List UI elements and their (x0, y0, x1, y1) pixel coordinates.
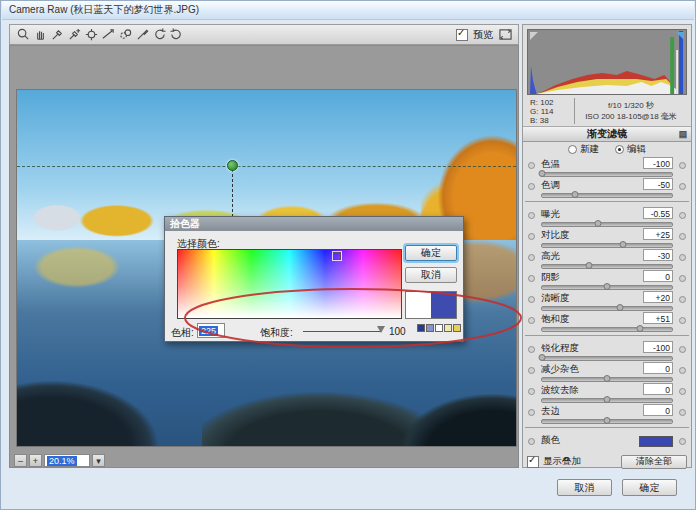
slider-plus-dot[interactable] (679, 388, 686, 395)
slider-minus-dot[interactable] (528, 162, 535, 169)
slider-minus-dot[interactable] (528, 275, 535, 282)
slider-value[interactable]: 0 (643, 404, 673, 416)
slider-track[interactable] (541, 222, 673, 227)
slider-knob[interactable] (539, 354, 546, 361)
mini-color-swatch[interactable] (435, 324, 443, 332)
slider-value[interactable]: +25 (643, 228, 673, 240)
show-overlay-checkbox[interactable] (527, 456, 539, 468)
mini-color-swatch[interactable] (417, 324, 425, 332)
color-spectrum-field[interactable] (177, 249, 402, 319)
slider-track[interactable] (541, 377, 673, 382)
slider-minus-dot[interactable] (528, 367, 535, 374)
slider-knob[interactable] (636, 325, 643, 332)
panel-tab-graduated-filter[interactable]: 渐变滤镜 ▤ (523, 126, 691, 142)
slider-track[interactable] (541, 264, 673, 269)
zoom-out-button[interactable]: – (14, 454, 27, 467)
slider-track[interactable] (541, 398, 673, 403)
slider-knob[interactable] (585, 262, 592, 269)
toggle-fullscreen-icon[interactable] (498, 28, 513, 41)
slider-knob[interactable] (617, 304, 624, 311)
graduated-filter-line[interactable] (17, 166, 516, 167)
mini-color-swatch[interactable] (453, 324, 461, 332)
ok-button[interactable]: 确定 (622, 479, 677, 496)
slider-track[interactable] (541, 172, 673, 177)
slider-plus-dot[interactable] (679, 438, 686, 445)
slider-value[interactable]: +51 (643, 312, 673, 324)
slider-minus-dot[interactable] (528, 438, 535, 445)
slider-track[interactable] (541, 327, 673, 332)
saturation-slider[interactable] (303, 331, 381, 332)
slider-knob[interactable] (604, 396, 611, 403)
slider-value[interactable]: -100 (643, 341, 673, 353)
panel-flyout-icon[interactable]: ▤ (678, 127, 687, 141)
graduated-filter-pin[interactable] (227, 160, 238, 171)
picker-cancel-button[interactable]: 取消 (405, 267, 457, 283)
slider-value[interactable]: -0.55 (643, 207, 673, 219)
slider-minus-dot[interactable] (528, 183, 535, 190)
slider-minus-dot[interactable] (528, 409, 535, 416)
slider-knob[interactable] (539, 170, 546, 177)
slider-plus-dot[interactable] (679, 212, 686, 219)
slider-minus-dot[interactable] (528, 254, 535, 261)
slider-track[interactable] (541, 356, 673, 361)
color-selection-marker[interactable] (333, 252, 341, 260)
slider-knob[interactable] (604, 417, 611, 424)
saturation-slider-knob[interactable] (377, 326, 385, 333)
slider-value[interactable]: -30 (643, 249, 673, 261)
slider-track[interactable] (541, 419, 673, 424)
slider-knob[interactable] (571, 191, 578, 198)
slider-value[interactable]: 0 (643, 362, 673, 374)
slider-minus-dot[interactable] (528, 212, 535, 219)
zoom-in-button[interactable]: + (29, 454, 42, 467)
slider-minus-dot[interactable] (528, 346, 535, 353)
slider-knob[interactable] (604, 283, 611, 290)
slider-plus-dot[interactable] (679, 275, 686, 282)
slider-minus-dot[interactable] (528, 296, 535, 303)
slider-plus-dot[interactable] (679, 409, 686, 416)
clear-all-button[interactable]: 清除全部 (621, 455, 687, 469)
cancel-button[interactable]: 取消 (557, 479, 612, 496)
rotate-right-tool-icon[interactable] (168, 26, 185, 43)
slider-plus-dot[interactable] (679, 233, 686, 240)
slider-value[interactable]: +20 (643, 291, 673, 303)
hue-input[interactable]: 225 (197, 323, 225, 338)
slider-plus-dot[interactable] (679, 296, 686, 303)
slider-track[interactable] (541, 193, 673, 198)
slider-knob[interactable] (594, 220, 601, 227)
slider-plus-dot[interactable] (679, 346, 686, 353)
radio-edit[interactable]: 编辑 (615, 143, 646, 156)
white-balance-tool-icon[interactable] (49, 26, 66, 43)
targeted-adjustment-tool-icon[interactable] (83, 26, 100, 43)
slider-minus-dot[interactable] (528, 233, 535, 240)
hand-tool-icon[interactable] (32, 26, 49, 43)
color-sampler-tool-icon[interactable] (66, 26, 83, 43)
preview-checkbox[interactable] (456, 29, 468, 41)
graduated-filter-handle-line[interactable] (232, 169, 233, 217)
mini-color-swatch[interactable] (426, 324, 434, 332)
slider-plus-dot[interactable] (679, 367, 686, 374)
rotate-left-tool-icon[interactable] (151, 26, 168, 43)
slider-value[interactable]: -50 (643, 178, 673, 190)
picker-ok-button[interactable]: 确定 (405, 245, 457, 261)
slider-minus-dot[interactable] (528, 317, 535, 324)
color-swatch[interactable] (639, 436, 673, 447)
slider-knob[interactable] (619, 241, 626, 248)
zoom-level-dropdown[interactable]: ▾ (92, 454, 105, 467)
slider-track[interactable] (541, 243, 673, 248)
color-picker-titlebar[interactable]: 拾色器 (165, 217, 463, 231)
zoom-tool-icon[interactable] (15, 26, 32, 43)
spot-removal-tool-icon[interactable] (117, 26, 134, 43)
slider-plus-dot[interactable] (679, 162, 686, 169)
radio-new[interactable]: 新建 (568, 143, 599, 156)
slider-plus-dot[interactable] (679, 317, 686, 324)
slider-track[interactable] (541, 285, 673, 290)
slider-minus-dot[interactable] (528, 388, 535, 395)
mini-color-swatch[interactable] (444, 324, 452, 332)
slider-plus-dot[interactable] (679, 183, 686, 190)
straighten-tool-icon[interactable] (100, 26, 117, 43)
slider-track[interactable] (541, 306, 673, 311)
slider-knob[interactable] (604, 375, 611, 382)
zoom-level-box[interactable]: 20.1% (44, 454, 90, 467)
slider-plus-dot[interactable] (679, 254, 686, 261)
slider-value[interactable]: -100 (643, 157, 673, 169)
